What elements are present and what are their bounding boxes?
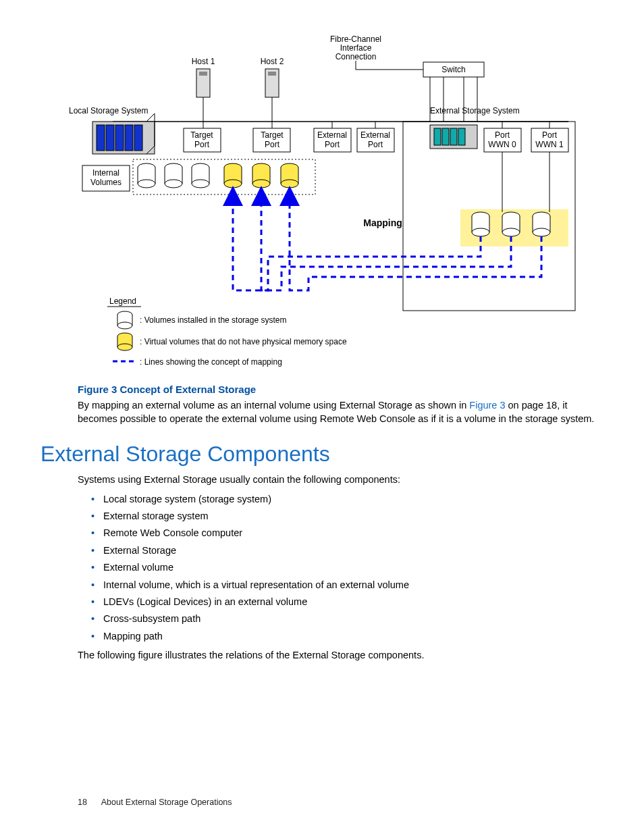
list-item: Remote Web Console computer [91,525,603,542]
legend-lines: : Lines showing the concept of mapping [140,357,282,367]
svg-point-66 [252,180,270,188]
concept-diagram: Fibre-ChannelInterfaceConnection Host 1 … [65,34,579,371]
svg-rect-27 [458,128,465,145]
para-following-figure: The following figure illustrates the rel… [78,649,603,662]
footer-section: About External Storage Operations [101,798,232,807]
mapping-label: Mapping [363,217,402,228]
internal-volumes-label: InternalVolumes [90,168,122,187]
svg-rect-24 [434,128,441,145]
svg-point-82 [502,228,520,236]
figure-link[interactable]: Figure 3 [469,400,505,411]
svg-rect-15 [97,125,105,151]
section-heading: External Storage Components [41,442,603,467]
list-item: External volume [91,559,603,576]
list-item: External Storage [91,542,603,559]
svg-rect-25 [442,128,449,145]
para-mapping: By mapping an external volume as an inte… [78,399,603,425]
svg-rect-2 [199,72,207,76]
legend-vol: : Volumes installed in the storage syste… [140,315,286,325]
list-item: LDEVs (Logical Devices) in an external v… [91,594,603,610]
legend-virt: : Virtual volumes that do not have physi… [140,337,347,346]
list-item: Internal volume, which is a virtual repr… [91,577,603,594]
svg-rect-17 [115,125,124,151]
svg-point-46 [138,180,155,188]
para-components-intro: Systems using External Storage usually c… [78,473,603,487]
page-footer: 18 About External Storage Operations [78,798,603,807]
svg-point-51 [165,180,182,188]
svg-point-101 [117,344,132,350]
figure-caption: Figure 3 Concept of External Storage [78,384,603,395]
fibre-label: Fibre-ChannelInterfaceConnection [330,34,381,61]
svg-point-71 [281,180,298,188]
svg-rect-26 [450,128,457,145]
svg-point-61 [224,180,242,188]
host2-label: Host 2 [261,57,284,66]
legend-title: Legend [109,296,136,306]
host1-label: Host 1 [192,57,215,66]
svg-point-96 [117,322,132,329]
list-item: Local storage system (storage system) [91,491,603,508]
svg-point-56 [192,180,209,188]
svg-rect-19 [134,125,142,151]
list-item: Mapping path [91,628,603,645]
svg-rect-18 [125,125,133,151]
svg-point-77 [472,228,489,236]
page-number: 18 [78,798,87,807]
components-list: Local storage system (storage system) Ex… [91,491,603,645]
svg-point-87 [533,228,550,236]
switch-label: Switch [441,65,465,74]
ext-sys-label: External Storage System [430,106,520,115]
list-item: Cross-subsystem path [91,610,603,627]
local-sys-label: Local Storage System [69,106,148,115]
list-item: External storage system [91,508,603,525]
svg-rect-5 [268,72,276,76]
svg-rect-16 [106,125,114,151]
